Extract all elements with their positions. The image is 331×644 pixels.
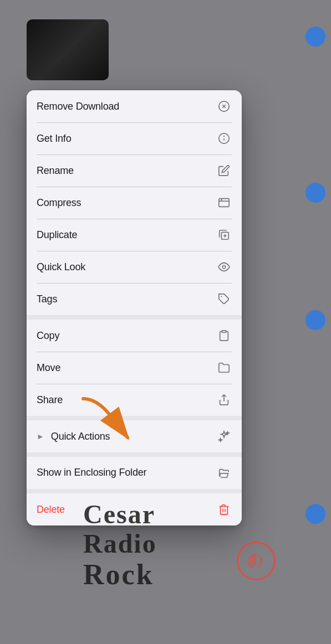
context-menu: Remove Download Get Info Rename: [27, 90, 242, 525]
section-divider-3: [27, 452, 242, 457]
section-divider-1: [27, 315, 242, 320]
quick-actions-left: ► Quick Actions: [37, 431, 110, 442]
menu-item-move[interactable]: Move: [27, 352, 242, 384]
pencil-icon: [216, 163, 232, 178]
menu-item-quick-actions[interactable]: ► Quick Actions: [27, 420, 242, 452]
menu-item-compress[interactable]: Compress: [27, 187, 242, 219]
quick-look-label: Quick Look: [37, 261, 85, 273]
remove-download-label: Remove Download: [37, 101, 119, 112]
menu-item-rename[interactable]: Rename: [27, 154, 242, 187]
menu-item-show-enclosing[interactable]: Show in Enclosing Folder: [27, 457, 242, 489]
bg-circle-2: [305, 183, 325, 203]
menu-item-copy[interactable]: Copy: [27, 320, 242, 352]
sparkles-icon: [216, 429, 232, 444]
menu-item-tags[interactable]: Tags: [27, 283, 242, 315]
get-info-icon: [216, 131, 232, 146]
remove-download-icon: [216, 99, 232, 114]
share-label: Share: [37, 394, 63, 406]
compress-label: Compress: [37, 197, 81, 209]
show-enclosing-label: Show in Enclosing Folder: [37, 466, 146, 479]
menu-section-2: Copy Move Share: [27, 320, 242, 416]
quick-actions-label: Quick Actions: [51, 431, 110, 442]
menu-section-show-enclosing: Show in Enclosing Folder: [27, 457, 242, 489]
menu-item-get-info[interactable]: Get Info: [27, 122, 242, 154]
bg-circle-4: [305, 504, 325, 524]
trash-icon: [216, 502, 232, 517]
menu-item-quick-look[interactable]: Quick Look: [27, 251, 242, 283]
folder-icon: [216, 360, 232, 375]
menu-item-share[interactable]: Share: [27, 384, 242, 416]
bg-circle-1: [305, 27, 325, 47]
menu-item-remove-download[interactable]: Remove Download: [27, 90, 242, 122]
svg-point-12: [222, 265, 226, 269]
copy-label: Copy: [37, 330, 59, 342]
tags-label: Tags: [37, 293, 57, 305]
section-divider-4: [27, 489, 242, 493]
delete-label: Delete: [37, 504, 65, 516]
svg-rect-14: [222, 331, 226, 333]
svg-rect-6: [219, 199, 229, 207]
menu-item-delete[interactable]: Delete: [27, 493, 242, 525]
rename-label: Rename: [37, 165, 74, 177]
tag-icon: [216, 291, 232, 307]
menu-section-quick-actions: ► Quick Actions: [27, 420, 242, 452]
chevron-right-icon: ►: [37, 432, 44, 441]
copy-icon: [216, 328, 232, 343]
thumbnail-image: [27, 19, 109, 80]
folder-open-icon: [216, 465, 232, 481]
compress-icon: [216, 195, 232, 210]
share-icon: [216, 392, 232, 408]
duplicate-label: Duplicate: [37, 229, 77, 241]
duplicate-icon: [216, 227, 232, 243]
section-divider-2: [27, 416, 242, 420]
fingerprint-icon: [237, 542, 276, 580]
menu-item-duplicate[interactable]: Duplicate: [27, 219, 242, 251]
move-label: Move: [37, 362, 60, 374]
file-thumbnail: [27, 19, 109, 80]
menu-section-1: Remove Download Get Info Rename: [27, 90, 242, 315]
bg-circle-3: [305, 310, 325, 330]
menu-section-delete: Delete: [27, 493, 242, 525]
get-info-label: Get Info: [37, 133, 71, 145]
eye-icon: [216, 259, 232, 275]
